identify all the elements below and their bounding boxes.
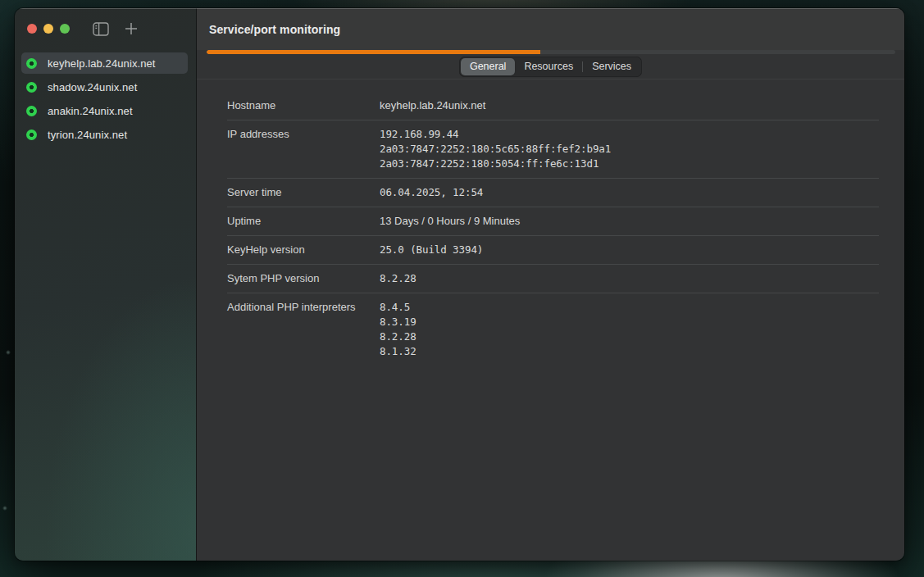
app-window: keyhelp.lab.24unix.net shadow.24unix.net… [15,8,904,561]
status-online-icon [26,82,37,93]
zoom-button[interactable] [60,24,70,34]
detail-row-additional-php: Additional PHP interpreters 8.4.5 8.3.19… [227,293,879,366]
tab-resources[interactable]: Resources [515,58,582,75]
row-label: Server time [227,185,380,200]
row-value: 192.168.99.44 2a03:7847:2252:180:5c65:88… [380,127,611,171]
traffic-lights [27,24,70,34]
sidebar-toggle-icon[interactable] [93,22,109,36]
tab-services[interactable]: Services [583,58,640,75]
row-label: KeyHelp version [227,243,380,257]
detail-row-uptime: Uptime 13 Days / 0 Hours / 9 Minutes [227,207,879,236]
status-online-icon [26,106,37,116]
close-button[interactable] [27,24,37,34]
details-table: Hostname keyhelp.lab.24unix.net IP addre… [197,80,904,366]
detail-row-hostname: Hostname keyhelp.lab.24unix.net [227,92,879,120]
sidebar-item-keyhelp[interactable]: keyhelp.lab.24unix.net [21,52,188,74]
detail-row-ip-addresses: IP addresses 192.168.99.44 2a03:7847:225… [227,120,879,179]
minimize-button[interactable] [43,24,53,34]
server-label: shadow.24unix.net [48,81,137,93]
tab-strip: General Resources Services [197,54,904,80]
row-label: Sytem PHP version [227,271,380,286]
status-online-icon [26,129,37,140]
window-toolbar [15,8,196,48]
row-value: 25.0 (Build 3394) [380,243,483,257]
sidebar-item-shadow[interactable]: shadow.24unix.net [21,76,188,98]
sidebar-item-anakin[interactable]: anakin.24unix.net [21,100,188,121]
row-value: 8.2.28 [380,271,416,286]
row-value: 06.04.2025, 12:54 [380,185,483,200]
add-server-icon[interactable] [125,22,138,35]
page-title: Service/port monitoring [209,23,340,36]
row-label: Hostname [227,98,380,113]
main-content: Service/port monitoring General Resource… [197,8,904,561]
sidebar-item-tyrion[interactable]: tyrion.24unix.net [21,124,188,145]
row-label: Additional PHP interpreters [227,300,380,315]
detail-row-system-php-version: Sytem PHP version 8.2.28 [227,265,879,293]
row-value: 8.4.5 8.3.19 8.2.28 8.1.32 [380,300,416,359]
server-label: tyrion.24unix.net [48,129,127,141]
status-online-icon [26,58,37,69]
detail-row-server-time: Server time 06.04.2025, 12:54 [227,179,879,207]
server-label: anakin.24unix.net [48,105,133,117]
row-label: IP addresses [227,127,380,142]
row-value: keyhelp.lab.24unix.net [380,98,485,113]
sidebar: keyhelp.lab.24unix.net shadow.24unix.net… [15,8,197,561]
server-list: keyhelp.lab.24unix.net shadow.24unix.net… [15,48,196,145]
tab-general[interactable]: General [461,58,515,75]
server-label: keyhelp.lab.24unix.net [48,57,156,70]
tab-segmented-control: General Resources Services [459,57,642,77]
detail-row-keyhelp-version: KeyHelp version 25.0 (Build 3394) [227,236,879,265]
row-value: 13 Days / 0 Hours / 9 Minutes [380,214,520,229]
row-label: Uptime [227,214,380,229]
content-titlebar: Service/port monitoring [197,8,904,50]
